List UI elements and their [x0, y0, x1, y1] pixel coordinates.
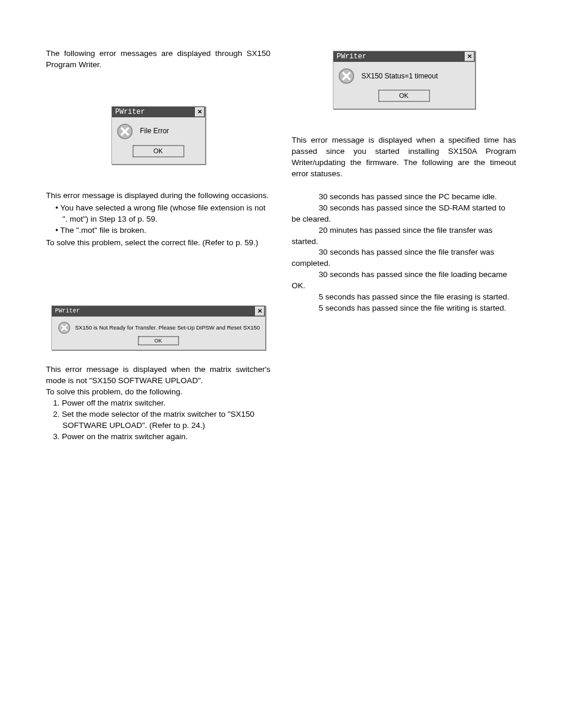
dialog-message: File Error: [140, 126, 169, 136]
error-x-icon: [338, 68, 355, 84]
close-icon[interactable]: ✕: [255, 307, 265, 316]
close-icon[interactable]: ✕: [465, 52, 474, 61]
ok-button[interactable]: OK: [133, 146, 184, 157]
list-item: 30 seconds has passed since the file loa…: [292, 269, 516, 292]
list-item: • You have selected a wrong file (whose …: [46, 203, 270, 225]
list-item: 30 seconds has passed since the file tra…: [292, 247, 516, 269]
timeout-explain: This error message is displayed when a s…: [292, 135, 516, 180]
dialog-timeout: PWriter ✕ SX150 Status=1 timeout OK: [333, 51, 475, 109]
timeout-statuses: 30 seconds has passed since the PC becam…: [292, 192, 516, 314]
list-item: 30 seconds has passed since the PC becam…: [292, 192, 516, 203]
dialog-message: SX150 is Not Ready for Transfer. Please …: [75, 324, 260, 331]
intro-text: The following error messages are display…: [46, 48, 270, 71]
not-ready-solve: To solve this problem, do the following.: [46, 387, 270, 398]
dialog-not-ready: PWriter ✕ SX150 is Not Ready for Transfe…: [51, 305, 266, 351]
error-x-icon: [58, 321, 71, 334]
not-ready-steps: 1. Power off the matrix switcher. 2. Set…: [46, 398, 270, 443]
dialog-titlebar: PWriter ✕: [112, 107, 205, 117]
right-column: PWriter ✕ SX150 Status=1 timeout OK This…: [292, 48, 516, 704]
dialog-file-error: PWriter ✕ File Error OK: [111, 106, 206, 164]
list-item: 20 minutes has passed since the file tra…: [292, 225, 516, 248]
ok-button[interactable]: OK: [379, 90, 429, 101]
list-item: • The ".mot" file is broken.: [46, 225, 270, 236]
list-item: 30 seconds has passed since the SD-RAM s…: [292, 203, 516, 225]
dialog-titlebar: PWriter ✕: [333, 51, 475, 62]
close-icon[interactable]: ✕: [195, 107, 204, 117]
list-item: 5 seconds has passed since the file writ…: [292, 303, 516, 314]
ok-button[interactable]: OK: [138, 337, 178, 345]
dialog-title: PWriter: [115, 107, 145, 117]
list-item: 2. Set the mode selector of the matrix s…: [46, 409, 270, 431]
list-item: 1. Power off the matrix switcher.: [46, 398, 270, 409]
list-item: 3. Power on the matrix switcher again.: [46, 431, 270, 443]
dialog-titlebar: PWriter ✕: [52, 306, 265, 317]
dialog-title: PWriter: [55, 307, 80, 316]
left-column: The following error messages are display…: [46, 48, 270, 704]
file-error-solve: To solve this problem, select the correc…: [46, 238, 270, 249]
error-x-icon: [117, 123, 133, 140]
file-error-bullets: • You have selected a wrong file (whose …: [46, 203, 270, 236]
list-item: 5 seconds has passed since the file eras…: [292, 292, 516, 303]
file-error-explain: This error message is displayed during t…: [46, 190, 270, 202]
dialog-message: SX150 Status=1 timeout: [362, 71, 438, 81]
not-ready-explain: This error message is displayed when the…: [46, 364, 270, 387]
dialog-title: PWriter: [337, 52, 366, 61]
